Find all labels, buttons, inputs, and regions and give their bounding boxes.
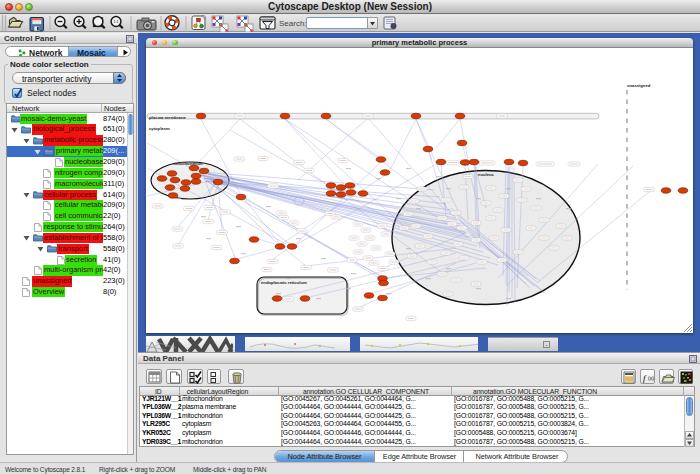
svg-text:mitochondrion: mitochondrion <box>173 160 203 165</box>
svg-text:(x): (x) <box>648 375 654 381</box>
svg-text:nucleus: nucleus <box>478 172 494 177</box>
svg-text:Search:: Search: <box>279 19 307 28</box>
svg-text:f: f <box>643 373 647 383</box>
svg-text:unassigned: unassigned <box>627 83 651 88</box>
svg-text:cytoplasm: cytoplasm <box>149 126 170 131</box>
svg-text:1:1: 1:1 <box>114 20 119 24</box>
svg-text:plasma membrane: plasma membrane <box>149 114 186 119</box>
svg-text:endoplasmic reticulum: endoplasmic reticulum <box>261 279 307 284</box>
